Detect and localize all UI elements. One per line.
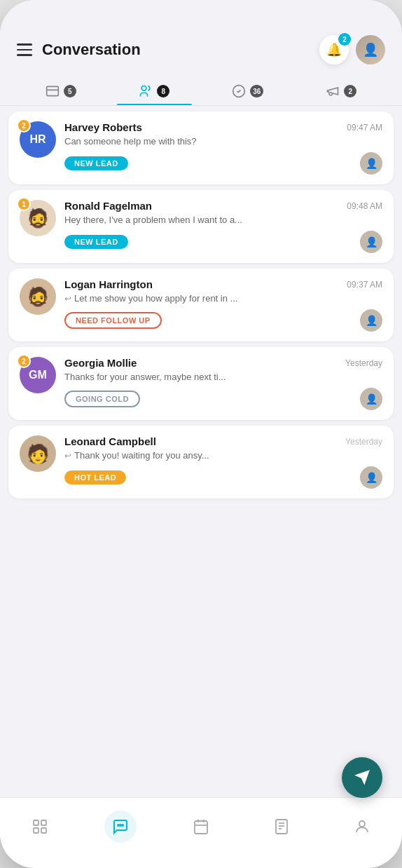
status-badge-harvey: NEW LEAD [64,156,128,170]
tab-done[interactable]: 36 [201,76,295,105]
page-title: Conversation [42,41,141,59]
conv-name-ronald: Ronald Fagelman [64,200,152,212]
conv-footer-harvey: NEW LEAD 👤 [64,152,382,175]
menu-button[interactable] [17,43,32,56]
status-badge-leonard: HOT LEAD [64,470,126,484]
tab-campaign[interactable]: 2 [295,76,389,105]
bell-badge: 2 [338,33,351,46]
status-badge-ronald: NEW LEAD [64,235,128,249]
conv-msg-harvey: Can someone help me with this? [64,136,382,147]
assignee-logan: 👤 [360,309,382,332]
phone-container: Conversation 🔔 2 👤 5 8 [0,0,402,868]
tab-campaign-badge: 2 [344,85,356,97]
conv-msg-leonard: ↩ Thank you! waiting for you ansy... [64,450,382,461]
header: Conversation 🔔 2 👤 [0,0,402,76]
conv-time-ronald: 09:48 AM [347,201,382,211]
svg-rect-15 [276,820,287,834]
tabs-bar: 5 8 36 2 [0,76,402,106]
svg-point-2 [141,86,146,91]
bottom-navigation [0,797,402,868]
conv-content-logan: Logan Harrington 09:37 AM ↩ Let me show … [64,278,382,332]
svg-rect-6 [34,828,39,833]
header-right: 🔔 2 👤 [319,35,385,65]
assignee-georgia: 👤 [360,388,382,410]
campaign-icon [326,84,340,98]
tab-done-badge: 36 [250,85,263,97]
conv-time-georgia: Yesterday [345,358,382,368]
assignee-leonard: 👤 [360,466,382,489]
assignee-harvey: 👤 [360,152,382,175]
svg-point-8 [118,825,119,826]
conversation-item-leonard[interactable]: 🧑 Leonard Campbell Yesterday ↩ Thank you… [8,426,394,499]
avatar-wrap-ronald: 🧔 1 [20,200,56,253]
svg-rect-4 [34,820,39,825]
avatar-wrap-leonard: 🧑 [20,435,56,489]
conversation-list: HR 2 Harvey Roberts 09:47 AM Can someone… [0,106,402,797]
conv-time-leonard: Yesterday [345,437,382,447]
svg-rect-11 [195,821,207,834]
unread-badge-ronald: 1 [17,197,31,211]
agents-icon [139,84,153,98]
nav-item-chat[interactable] [81,806,161,847]
conv-name-logan: Logan Harrington [64,278,153,290]
conv-msg-ronald: Hey there, I've a problem when I want to… [64,215,382,225]
conversation-item-logan[interactable]: 🧔 Logan Harrington 09:37 AM ↩ Let me sho… [8,269,394,341]
conversation-item-ronald[interactable]: 🧔 1 Ronald Fagelman 09:48 AM Hey there, … [8,190,394,263]
tab-inbox-badge: 5 [64,85,76,97]
conv-top-georgia: Georgia Mollie Yesterday [64,357,382,369]
check-circle-icon [232,84,246,98]
conv-msg-logan: ↩ Let me show you how apply for rent in … [64,293,382,304]
bell-icon: 🔔 [326,42,342,57]
reply-arrow-leonard: ↩ [64,451,71,461]
conv-footer-georgia: GOING COLD 👤 [64,388,382,410]
grid-icon [32,818,48,835]
avatar-logan: 🧔 [20,278,56,315]
conversation-item-georgia[interactable]: GM 2 Georgia Mollie Yesterday Thanks for… [8,347,394,420]
avatar-wrap-logan: 🧔 [20,278,56,332]
reply-arrow-logan: ↩ [64,294,71,304]
notifications-button[interactable]: 🔔 2 [319,35,349,65]
conv-top-ronald: Ronald Fagelman 09:48 AM [64,200,382,212]
conv-time-logan: 09:37 AM [347,280,382,290]
svg-rect-0 [46,86,58,95]
conv-top-logan: Logan Harrington 09:37 AM [64,278,382,290]
header-left: Conversation [17,41,141,59]
notes-icon [273,818,290,835]
unread-badge-harvey: 2 [17,118,31,133]
svg-rect-5 [41,820,46,825]
status-badge-logan: NEED FOLLOW UP [64,312,162,329]
svg-point-9 [120,825,121,826]
avatar-leonard: 🧑 [20,435,56,472]
avatar-wrap-harvey: HR 2 [20,121,56,175]
nav-item-calendar[interactable] [161,806,242,847]
conv-name-leonard: Leonard Campbell [64,435,156,447]
conv-name-georgia: Georgia Mollie [64,357,137,369]
assignee-ronald: 👤 [360,231,382,253]
nav-item-grid[interactable] [0,806,81,847]
conv-content-leonard: Leonard Campbell Yesterday ↩ Thank you! … [64,435,382,489]
svg-point-10 [122,825,123,826]
conv-footer-leonard: HOT LEAD 👤 [64,466,382,489]
conv-top-leonard: Leonard Campbell Yesterday [64,435,382,447]
tab-inbox[interactable]: 5 [14,76,108,105]
conv-top-harvey: Harvey Roberts 09:47 AM [64,121,382,133]
conv-time-harvey: 09:47 AM [347,123,382,133]
send-icon [353,768,371,787]
conversation-item-harvey[interactable]: HR 2 Harvey Roberts 09:47 AM Can someone… [8,111,394,184]
nav-item-notes[interactable] [241,806,321,847]
conv-msg-georgia: Thanks for your answer, maybe next ti... [64,372,382,382]
avatar-wrap-georgia: GM 2 [20,357,56,410]
chat-icon [112,818,129,835]
svg-point-19 [359,821,365,827]
conv-name-harvey: Harvey Roberts [64,121,142,133]
user-avatar[interactable]: 👤 [356,35,385,65]
calendar-icon [193,818,209,835]
compose-fab[interactable] [342,757,382,798]
conv-footer-ronald: NEW LEAD 👤 [64,231,382,253]
unread-badge-georgia: 2 [17,354,31,368]
nav-item-profile[interactable] [321,806,402,847]
chat-icon-wrap [104,811,137,843]
tab-agents[interactable]: 8 [108,76,202,105]
svg-rect-7 [41,828,46,833]
inbox-icon [46,84,60,98]
